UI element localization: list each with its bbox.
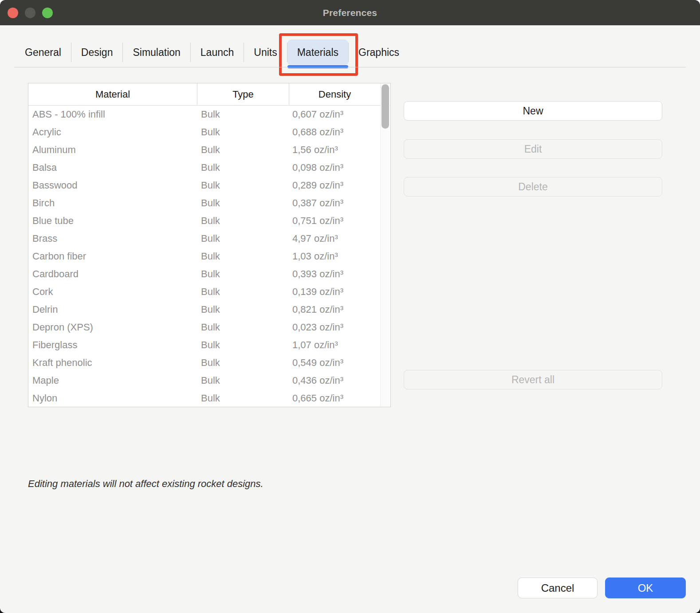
tab-launch[interactable]: Launch — [191, 39, 244, 65]
tab-label: Graphics — [358, 47, 399, 59]
material-cell: Carbon fiber — [28, 251, 197, 262]
materials-note: Editing materials will not affect existi… — [28, 478, 263, 490]
table-row[interactable]: Carbon fiberBulk1,03 oz/in³ — [28, 248, 390, 265]
type-cell: Bulk — [197, 180, 289, 191]
material-cell: ABS - 100% infill — [28, 109, 197, 120]
table-row[interactable]: ABS - 100% infillBulk0,607 oz/in³ — [28, 106, 390, 123]
density-cell: 1,03 oz/in³ — [289, 251, 390, 262]
material-cell: Brass — [28, 233, 197, 244]
type-cell: Bulk — [197, 286, 289, 298]
tab-simulation[interactable]: Simulation — [123, 39, 190, 65]
table-row[interactable]: AcrylicBulk0,688 oz/in³ — [28, 123, 390, 141]
density-cell: 1,56 oz/in³ — [289, 144, 390, 156]
material-cell: Cardboard — [28, 268, 197, 280]
type-cell: Bulk — [197, 304, 289, 315]
material-cell: Balsa — [28, 162, 197, 173]
table-row[interactable]: MapleBulk0,436 oz/in³ — [28, 372, 390, 389]
table-row[interactable]: CardboardBulk0,393 oz/in³ — [28, 265, 390, 283]
material-cell: Delrin — [28, 304, 197, 315]
density-cell: 4,97 oz/in³ — [289, 233, 390, 244]
type-cell: Bulk — [197, 375, 289, 386]
material-cell: Depron (XPS) — [28, 322, 197, 333]
new-button[interactable]: New — [404, 101, 662, 121]
tab-units[interactable]: Units — [244, 39, 287, 65]
material-cell: Acrylic — [28, 126, 197, 138]
column-header-density[interactable]: Density — [289, 83, 381, 105]
density-cell: 0,023 oz/in³ — [289, 322, 390, 333]
type-cell: Bulk — [197, 197, 289, 209]
scrollbar-track[interactable] — [380, 84, 390, 406]
density-cell: 0,098 oz/in³ — [289, 162, 390, 173]
table-row[interactable]: Kraft phenolicBulk0,549 oz/in³ — [28, 354, 390, 372]
material-cell: Blue tube — [28, 215, 197, 227]
tab-materials[interactable]: Materials — [287, 39, 348, 65]
tab-label: Design — [81, 47, 113, 59]
material-cell: Kraft phenolic — [28, 357, 197, 369]
density-cell: 1,07 oz/in³ — [289, 339, 390, 351]
table-row[interactable]: AluminumBulk1,56 oz/in³ — [28, 141, 390, 159]
tabbar-divider — [14, 67, 686, 67]
scrollbar-thumb[interactable] — [381, 84, 389, 129]
type-cell: Bulk — [197, 215, 289, 227]
table-row[interactable]: NylonBulk0,665 oz/in³ — [28, 389, 390, 407]
table-row[interactable]: Depron (XPS)Bulk0,023 oz/in³ — [28, 318, 390, 336]
tab-graphics[interactable]: Graphics — [349, 39, 409, 65]
type-cell: Bulk — [197, 109, 289, 120]
density-cell: 0,139 oz/in³ — [289, 286, 390, 298]
tab-label: General — [25, 47, 61, 59]
tab-general[interactable]: General — [15, 39, 71, 65]
type-cell: Bulk — [197, 357, 289, 369]
density-cell: 0,821 oz/in³ — [289, 304, 390, 315]
table-row[interactable]: BalsaBulk0,098 oz/in³ — [28, 159, 390, 177]
density-cell: 0,607 oz/in³ — [289, 109, 390, 120]
window-title: Preferences — [323, 8, 377, 18]
table-header: Material Type Density — [28, 83, 390, 106]
minimize-icon[interactable] — [25, 8, 35, 18]
material-cell: Aluminum — [28, 144, 197, 156]
column-header-material[interactable]: Material — [28, 83, 197, 105]
ok-button[interactable]: OK — [605, 578, 686, 598]
type-cell: Bulk — [197, 233, 289, 244]
material-cell: Maple — [28, 375, 197, 386]
table-row[interactable]: CorkBulk0,139 oz/in³ — [28, 283, 390, 301]
type-cell: Bulk — [197, 144, 289, 156]
type-cell: Bulk — [197, 268, 289, 280]
table-row[interactable]: Blue tubeBulk0,751 oz/in³ — [28, 212, 390, 230]
tab-design[interactable]: Design — [71, 39, 123, 65]
delete-button[interactable]: Delete — [404, 177, 662, 196]
materials-table: Material Type Density ABS - 100% infillB… — [28, 83, 391, 407]
density-cell: 0,387 oz/in³ — [289, 197, 390, 209]
table-row[interactable]: FiberglassBulk1,07 oz/in³ — [28, 336, 390, 354]
tab-bar: General Design Simulation Launch Units M… — [0, 25, 700, 67]
material-cell: Fiberglass — [28, 339, 197, 351]
table-row[interactable]: BrassBulk4,97 oz/in³ — [28, 230, 390, 248]
zoom-icon[interactable] — [42, 8, 53, 18]
revert-all-button[interactable]: Revert all — [404, 370, 662, 389]
material-cell: Nylon — [28, 393, 197, 404]
material-cell: Basswood — [28, 180, 197, 191]
tab-label: Materials — [297, 47, 338, 59]
tab-label: Units — [254, 47, 277, 59]
material-cell: Cork — [28, 286, 197, 298]
titlebar: Preferences — [0, 0, 700, 25]
cancel-button[interactable]: Cancel — [518, 578, 598, 598]
material-cell: Birch — [28, 197, 197, 209]
type-cell: Bulk — [197, 251, 289, 262]
density-cell: 0,688 oz/in³ — [289, 126, 390, 138]
edit-button[interactable]: Edit — [404, 139, 662, 159]
density-cell: 0,549 oz/in³ — [289, 357, 390, 369]
column-header-type[interactable]: Type — [197, 83, 289, 105]
table-row[interactable]: DelrinBulk0,821 oz/in³ — [28, 301, 390, 318]
traffic-lights — [8, 0, 53, 25]
table-row[interactable]: BirchBulk0,387 oz/in³ — [28, 194, 390, 212]
type-cell: Bulk — [197, 126, 289, 138]
tab-label: Simulation — [133, 47, 180, 59]
close-icon[interactable] — [8, 8, 18, 18]
type-cell: Bulk — [197, 393, 289, 404]
type-cell: Bulk — [197, 162, 289, 173]
type-cell: Bulk — [197, 322, 289, 333]
density-cell: 0,393 oz/in³ — [289, 268, 390, 280]
density-cell: 0,289 oz/in³ — [289, 180, 390, 191]
type-cell: Bulk — [197, 339, 289, 351]
table-row[interactable]: BasswoodBulk0,289 oz/in³ — [28, 177, 390, 194]
